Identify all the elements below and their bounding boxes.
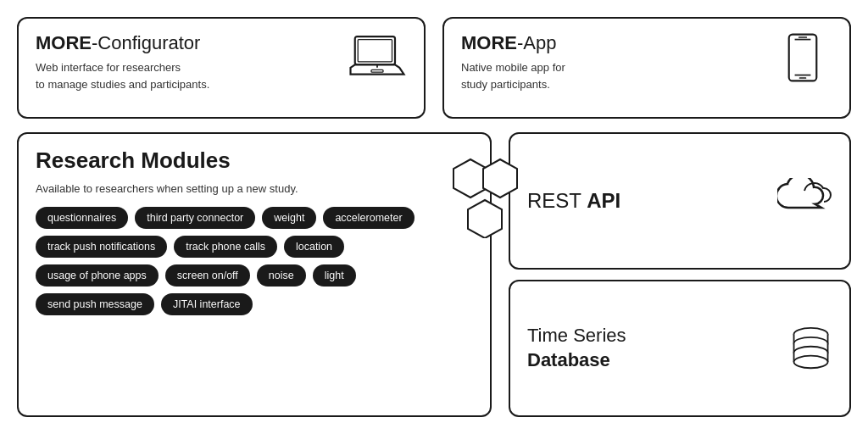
module-tag: noise [257,264,306,287]
research-modules-subtitle: Available to researchers when setting up… [36,182,473,195]
module-tag: location [284,236,344,258]
module-tag: track push notifications [36,236,167,258]
db-title-regular: Time Series [527,325,626,346]
database-icon [790,326,832,372]
svg-marker-11 [468,200,502,238]
configurator-title: MORE-Configurator [36,32,209,54]
app-text: MORE-App Native mobile app for study par… [461,32,565,92]
hex-cluster [449,158,526,242]
research-modules-title: Research Modules [36,147,473,174]
module-tag: questionnaires [36,207,128,229]
app-title-regular: -App [517,32,556,53]
svg-rect-8 [799,77,807,79]
configurator-title-bold: MORE [36,32,92,53]
module-tag: JITAI interface [161,293,253,315]
app-subtitle: Native mobile app for study participants… [461,59,565,92]
research-modules-card: Research Modules Available to researcher… [17,132,492,417]
db-title-bold: Database [527,348,626,373]
configurator-card: MORE-Configurator Web interface for rese… [17,17,426,119]
top-row: MORE-Configurator Web interface for rese… [17,17,851,119]
module-tag: third party connector [135,207,255,229]
app-title: MORE-App [461,32,565,54]
rest-api-title: REST API [527,189,620,213]
app-title-bold: MORE [461,32,517,53]
configurator-text: MORE-Configurator Web interface for rese… [36,32,209,92]
svg-rect-1 [358,40,392,62]
db-title: Time Series Database [527,324,626,372]
module-tag: screen on/off [165,264,250,287]
module-tag: track phone calls [174,236,277,258]
module-tag: light [313,264,356,287]
cloud-icon [777,178,832,224]
rest-api-title-regular: REST [527,189,587,212]
app-card: MORE-App Native mobile app for study par… [442,17,851,119]
svg-rect-7 [798,36,807,38]
tags-container: questionnairesthird party connectorweigh… [36,207,473,315]
svg-point-24 [794,355,828,368]
time-series-db-card: Time Series Database [509,280,851,417]
rest-api-title-bold: API [587,189,620,212]
phone-icon [773,32,832,83]
module-tag: usage of phone apps [36,264,159,287]
configurator-title-regular: -Configurator [92,32,200,53]
module-tag: weight [262,207,316,229]
svg-rect-4 [789,35,817,81]
bottom-row: Research Modules Available to researcher… [17,132,851,417]
configurator-subtitle: Web interface for researchers to manage … [36,59,209,92]
rest-api-card: REST API [509,132,851,270]
module-tag: send push message [36,293,154,315]
svg-marker-10 [483,159,517,198]
module-tag: accelerometer [323,207,414,229]
laptop-icon [348,32,407,83]
